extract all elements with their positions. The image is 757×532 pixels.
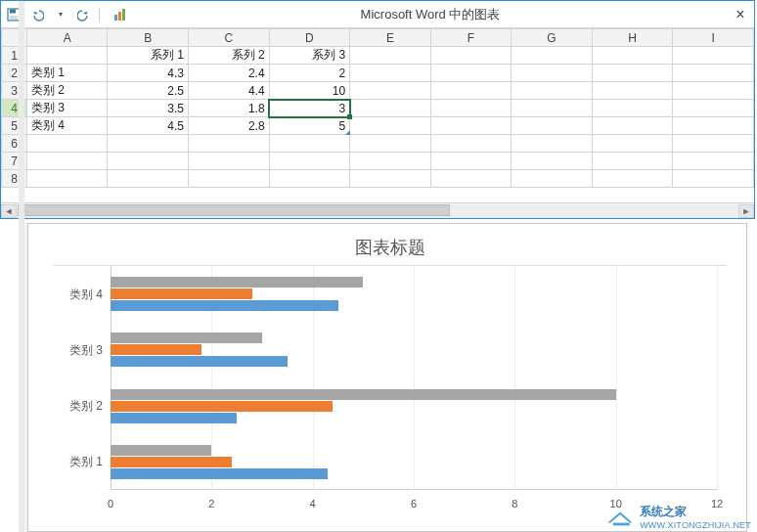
cell[interactable]: 4.4 — [189, 82, 270, 100]
cell[interactable] — [512, 135, 593, 153]
bar-系列 1[interactable] — [111, 356, 288, 367]
cell[interactable] — [350, 153, 431, 170]
cell[interactable] — [512, 100, 593, 117]
cell[interactable] — [430, 65, 512, 82]
cell[interactable]: 系列 3 — [269, 47, 350, 65]
cell[interactable] — [430, 135, 512, 153]
col-header[interactable]: E — [350, 29, 431, 47]
cell[interactable]: 2.4 — [189, 65, 270, 82]
col-header[interactable]: H — [592, 29, 673, 47]
chart-icon[interactable] — [112, 6, 130, 23]
scroll-right-icon[interactable]: ► — [738, 204, 754, 218]
cell[interactable] — [350, 135, 431, 153]
scroll-left-icon[interactable]: ◄ — [1, 204, 17, 218]
cell[interactable] — [269, 153, 350, 170]
col-header[interactable]: G — [512, 29, 593, 47]
cell[interactable] — [673, 117, 754, 135]
cell[interactable] — [430, 82, 512, 100]
col-header[interactable]: B — [108, 29, 189, 47]
scroll-thumb[interactable] — [18, 204, 450, 216]
dropdown-icon[interactable]: ▾ — [52, 6, 69, 23]
cell[interactable] — [592, 170, 673, 188]
cell[interactable]: 类别 4 — [26, 117, 108, 135]
cell[interactable] — [350, 65, 431, 82]
col-header[interactable]: I — [673, 29, 754, 47]
chart-title[interactable]: 图表标题 — [54, 236, 727, 259]
bar-系列 2[interactable] — [111, 401, 333, 412]
cell[interactable] — [673, 135, 754, 153]
cell[interactable] — [430, 153, 512, 170]
cell[interactable] — [430, 47, 512, 65]
cell[interactable] — [673, 47, 754, 65]
cell[interactable] — [108, 135, 189, 153]
undo-icon[interactable] — [28, 6, 46, 23]
chart-object[interactable]: 图表标题 024681012类别 4类别 3类别 2类别 1 — [54, 236, 727, 527]
cell[interactable] — [512, 47, 593, 65]
cell[interactable] — [592, 47, 673, 65]
cell[interactable]: 4.3 — [108, 65, 189, 82]
cell[interactable] — [26, 153, 108, 170]
bar-系列 1[interactable] — [111, 300, 338, 311]
cell[interactable] — [512, 117, 593, 135]
cell[interactable] — [350, 100, 431, 117]
cell[interactable]: 2.8 — [189, 117, 270, 135]
cell[interactable] — [269, 135, 350, 153]
bar-系列 3[interactable] — [111, 445, 211, 456]
cell[interactable] — [350, 170, 431, 188]
cell[interactable] — [512, 82, 593, 100]
bar-系列 2[interactable] — [111, 457, 232, 467]
cell[interactable]: 系列 2 — [189, 47, 270, 65]
bar-系列 2[interactable] — [111, 344, 201, 355]
cell[interactable] — [592, 135, 673, 153]
bar-系列 3[interactable] — [111, 389, 616, 400]
cell[interactable] — [592, 117, 673, 135]
cell[interactable] — [592, 82, 673, 100]
col-header[interactable]: F — [430, 29, 512, 47]
cell[interactable]: 1.8 — [189, 100, 270, 117]
cell[interactable] — [512, 65, 593, 82]
cell[interactable]: 3.5 — [108, 100, 189, 117]
cell[interactable] — [430, 117, 512, 135]
data-grid[interactable]: A B C D E F G H I 1 系列 1 系列 2 系列 3 2 类别 … — [1, 28, 754, 188]
col-header[interactable]: D — [269, 29, 350, 47]
scroll-track[interactable] — [18, 204, 737, 218]
horizontal-scrollbar[interactable]: ◄ ► — [1, 202, 754, 218]
cell[interactable] — [350, 47, 431, 65]
cell[interactable] — [26, 135, 108, 153]
cell[interactable]: 4.5 — [108, 117, 189, 135]
bar-系列 3[interactable] — [111, 332, 262, 343]
cell[interactable] — [592, 65, 673, 82]
cell[interactable]: 类别 2 — [26, 82, 108, 100]
cell[interactable] — [673, 153, 754, 170]
cell[interactable] — [673, 170, 754, 188]
cell[interactable] — [350, 82, 431, 100]
cell[interactable]: 2.5 — [108, 82, 189, 100]
cell[interactable] — [673, 100, 754, 117]
cell[interactable] — [350, 117, 431, 135]
cell[interactable]: 类别 1 — [26, 65, 108, 82]
redo-icon[interactable] — [75, 6, 93, 23]
cell[interactable]: 类别 3 — [26, 100, 108, 117]
cell[interactable] — [189, 135, 270, 153]
cell[interactable]: 10 — [269, 82, 350, 100]
cell[interactable]: 5 — [269, 117, 350, 135]
cell[interactable] — [108, 170, 189, 188]
cell[interactable] — [26, 170, 108, 188]
cell[interactable]: 系列 1 — [108, 47, 189, 65]
cell[interactable] — [512, 153, 593, 170]
cell[interactable]: 2 — [269, 65, 350, 82]
cell[interactable] — [269, 170, 350, 188]
cell[interactable] — [512, 170, 593, 188]
bar-系列 1[interactable] — [111, 413, 237, 423]
cell[interactable] — [592, 100, 673, 117]
cell[interactable] — [673, 82, 754, 100]
cell[interactable] — [26, 47, 108, 65]
cell[interactable] — [673, 65, 754, 82]
bar-系列 1[interactable] — [111, 468, 328, 479]
close-icon[interactable]: × — [727, 6, 754, 23]
cell[interactable] — [108, 153, 189, 170]
cell[interactable] — [189, 153, 270, 170]
cell[interactable] — [592, 153, 673, 170]
cell[interactable] — [430, 100, 512, 117]
col-header[interactable]: A — [26, 29, 108, 47]
